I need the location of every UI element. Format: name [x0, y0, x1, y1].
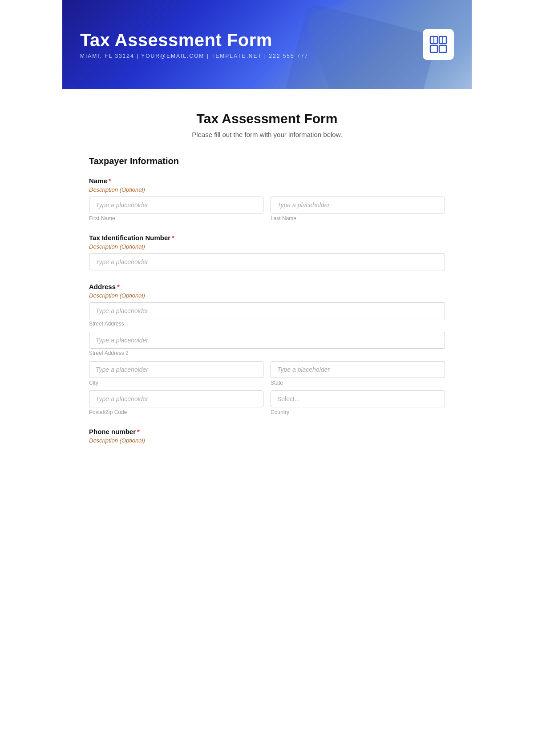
header-banner: Tax Assessment Form MIAMI, FL 33124 | YO… [62, 0, 472, 89]
country-select[interactable]: Select... United States Canada United Ki… [271, 390, 445, 407]
last-name-sublabel: Last Name [271, 215, 445, 221]
city-col: City [89, 361, 263, 386]
field-name: Name* Description (Optional) First Name … [89, 177, 445, 221]
last-name-input[interactable] [271, 197, 445, 213]
phone-required: * [137, 428, 140, 435]
header-subtitle: MIAMI, FL 33124 | YOUR@EMAIL.COM | TEMPL… [80, 53, 308, 59]
first-name-col: First Name [89, 197, 263, 221]
header-logo [423, 29, 454, 60]
form-subtitle: Please fill out the form with your infor… [89, 131, 445, 138]
tax-id-description: Description (Optional) [89, 243, 445, 250]
form-container: Tax Assessment Form Please fill out the … [62, 89, 472, 483]
tax-id-label: Tax Identification Number* [89, 234, 445, 241]
street2-group: Street Address 2 [89, 332, 445, 357]
zip-country-row: Postal/Zip Code Select... United States … [89, 390, 445, 415]
logo-icon [429, 35, 448, 54]
street2-sublabel: Street Address 2 [89, 350, 129, 356]
phone-description: Description (Optional) [89, 437, 445, 444]
street1-group: Street Address [89, 302, 445, 327]
state-col: State [271, 361, 445, 386]
state-sublabel: State [271, 380, 445, 386]
city-sublabel: City [89, 380, 263, 386]
first-name-input[interactable] [89, 197, 263, 213]
country-col: Select... United States Canada United Ki… [271, 390, 445, 415]
name-required: * [109, 177, 111, 185]
country-sublabel: Country [271, 409, 445, 415]
street2-input[interactable] [89, 332, 445, 349]
section-taxpayer-title: Taxpayer Information [89, 156, 445, 168]
phone-label: Phone number* [89, 428, 445, 435]
tax-id-input[interactable] [89, 253, 445, 270]
state-input[interactable] [271, 361, 445, 378]
field-phone: Phone number* Description (Optional) [89, 428, 445, 444]
zip-input[interactable] [89, 390, 263, 407]
address-required: * [117, 283, 120, 290]
zip-col: Postal/Zip Code [89, 390, 263, 415]
svg-rect-2 [430, 45, 437, 52]
address-description: Description (Optional) [89, 292, 445, 299]
tax-id-required: * [172, 234, 174, 241]
svg-rect-3 [439, 45, 446, 52]
zip-sublabel: Postal/Zip Code [89, 409, 263, 415]
street1-input[interactable] [89, 302, 445, 319]
name-input-row: First Name Last Name [89, 197, 445, 221]
address-label: Address* [89, 283, 445, 290]
last-name-col: Last Name [271, 197, 445, 221]
field-tax-id: Tax Identification Number* Description (… [89, 234, 445, 270]
header-title: Tax Assessment Form [80, 30, 308, 50]
field-address: Address* Description (Optional) Street A… [89, 283, 445, 415]
street1-sublabel: Street Address [89, 321, 124, 327]
name-description: Description (Optional) [89, 186, 445, 193]
first-name-sublabel: First Name [89, 215, 263, 221]
form-main-title: Tax Assessment Form [89, 111, 445, 126]
city-input[interactable] [89, 361, 263, 378]
city-state-row: City State [89, 361, 445, 386]
name-label: Name* [89, 177, 445, 185]
header-text: Tax Assessment Form MIAMI, FL 33124 | YO… [80, 30, 308, 59]
